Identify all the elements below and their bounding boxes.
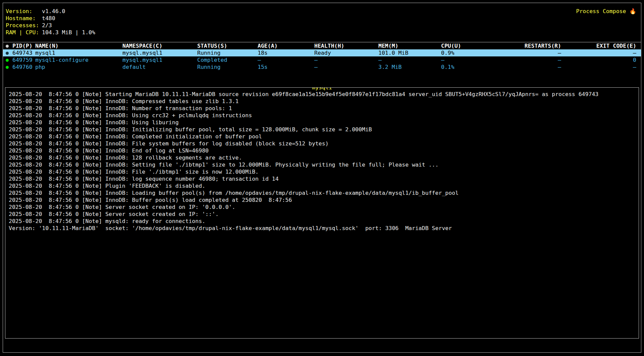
help-bar: F1Shortcuts LOGS: F4MaximizeF5UnfollowF6… [4, 343, 640, 350]
app-title: Process Compose 🔥 [576, 8, 636, 15]
name-cell: mysql1-configure [35, 56, 122, 63]
log-line: 2025-08-20 8:47:56 0 [Note] InnoDB: Comp… [9, 133, 635, 140]
hostname-value: t480 [42, 15, 95, 22]
status-cell: Completed [197, 56, 258, 63]
log-line: 2025-08-20 8:47:56 0 [Note] InnoDB: Comp… [9, 98, 635, 105]
log-line: 2025-08-20 8:47:56 0 [Note] Server socke… [9, 211, 635, 218]
table-row-mysql1-configure[interactable]: 649759 mysql1-configure mysql.mysql1 Com… [3, 56, 641, 63]
log-line: 2025-08-20 8:47:56 0 [Note] InnoDB: Buff… [9, 196, 635, 204]
col-age: AGE(A) [258, 42, 314, 49]
col-restarts: RESTARTS(R) [506, 42, 561, 49]
name-cell: php [35, 63, 122, 71]
hostname-label: Hostname: [6, 15, 42, 22]
status-cell: Running [197, 49, 258, 56]
app-title-text: Process Compose [576, 8, 626, 14]
health-cell: – [314, 63, 378, 71]
pid-cell: 649743 [12, 49, 35, 56]
exit-code-cell: – [561, 49, 636, 56]
status-dot [6, 63, 12, 71]
log-lines: 2025-08-20 8:47:56 0 [Note] Starting Mar… [9, 91, 635, 232]
log-line: 2025-08-20 8:47:56 0 [Note] InnoDB: Init… [9, 126, 635, 133]
status-dot [6, 56, 12, 63]
mem-cell: 3.2 MiB [378, 63, 441, 71]
namespace-cell: default [122, 63, 197, 71]
age-cell: 18s [258, 49, 314, 56]
age-cell: 15s [258, 63, 314, 71]
table-row-php[interactable]: 649760 php default Running 15s – 3.2 MiB… [3, 63, 641, 71]
cpu-cell: – [441, 56, 506, 63]
log-panel[interactable]: mysql1 2025-08-20 8:47:56 0 [Note] Start… [5, 87, 639, 339]
col-health: HEALTH(H) [314, 42, 378, 49]
log-line: 2025-08-20 8:47:56 0 [Note] InnoDB: Load… [9, 189, 635, 196]
fire-icon: 🔥 [629, 8, 636, 14]
cpu-cell: 0.1% [441, 63, 506, 71]
log-line: 2025-08-20 8:47:56 0 [Note] InnoDB: File… [9, 140, 635, 147]
processes-label: Processes: [6, 22, 42, 29]
log-line: 2025-08-20 8:47:56 0 [Note] InnoDB: File… [9, 168, 635, 175]
log-line: 2025-08-20 8:47:56 0 [Note] mysqld: read… [9, 218, 635, 225]
pid-cell: 649759 [12, 56, 35, 63]
log-line: 2025-08-20 8:47:56 0 [Note] Plugin 'FEED… [9, 182, 635, 189]
process-compose-app: Version: v1.46.0 Hostname: t480 Processe… [3, 3, 641, 353]
version-value: v1.46.0 [42, 8, 95, 15]
processes-value: 2/3 [42, 22, 95, 29]
log-line: 2025-08-20 8:47:56 0 [Note] InnoDB: Usin… [9, 112, 635, 119]
log-line: 2025-08-20 8:47:56 0 [Note] Starting Mar… [9, 91, 635, 98]
age-cell: – [258, 56, 314, 63]
mem-cell: – [378, 56, 441, 63]
restarts-cell: – [506, 56, 561, 63]
log-line: 2025-08-20 8:47:56 0 [Note] InnoDB: 128 … [9, 154, 635, 161]
col-cpu: CPU(U) [441, 42, 506, 49]
pid-cell: 649760 [12, 63, 35, 71]
version-label: Version: [6, 8, 42, 15]
log-line: 2025-08-20 8:47:56 0 [Note] InnoDB: log … [9, 175, 635, 182]
namespace-cell: mysql.mysql1 [122, 49, 197, 56]
exit-code-cell: – [561, 63, 636, 71]
name-cell: mysql1 [35, 49, 122, 56]
system-info: Version: v1.46.0 Hostname: t480 Processe… [6, 8, 95, 36]
status-dot [6, 49, 12, 56]
namespace-cell: mysql.mysql1 [122, 56, 197, 63]
app-header: Version: v1.46.0 Hostname: t480 Processe… [3, 3, 641, 37]
log-line: 2025-08-20 8:47:56 0 [Note] InnoDB: Sett… [9, 161, 635, 168]
col-status: STATUS(S) [197, 42, 258, 49]
log-line: 2025-08-20 8:47:56 0 [Note] Server socke… [9, 204, 635, 211]
health-cell: Ready [314, 49, 378, 56]
log-line: 2025-08-20 8:47:56 0 [Note] InnoDB: End … [9, 147, 635, 154]
exit-code-cell: 0 [561, 56, 636, 63]
cpu-cell: 0.9% [441, 49, 506, 56]
log-panel-title: mysql1 [312, 87, 332, 91]
col-name: NAME(N) [35, 42, 122, 49]
log-line: 2025-08-20 8:47:56 0 [Note] InnoDB: Numb… [9, 105, 635, 112]
log-line: 2025-08-20 8:47:56 0 [Note] InnoDB: Usin… [9, 119, 635, 126]
col-exit-code: EXIT CODE(E) [561, 42, 636, 49]
col-namespace: NAMESPACE(C) [122, 42, 197, 49]
ram-cpu-label: RAM | CPU: [6, 29, 42, 36]
table-row-mysql1[interactable]: 649743 mysql1 mysql.mysql1 Running 18s R… [3, 49, 641, 56]
restarts-cell: – [506, 63, 561, 71]
mem-cell: 101.0 MiB [378, 49, 441, 56]
status-cell: Running [197, 63, 258, 71]
col-pid: PID(P) [12, 42, 35, 49]
process-table: PID(P) NAME(N) NAMESPACE(C) STATUS(S) AG… [3, 42, 641, 71]
header-dot-icon [6, 42, 12, 49]
health-cell: – [314, 56, 378, 63]
col-mem: MEM(M) [378, 42, 441, 49]
restarts-cell: – [506, 49, 561, 56]
ram-cpu-value: 104.3 MiB | 1.0% [42, 29, 95, 36]
table-header-row: PID(P) NAME(N) NAMESPACE(C) STATUS(S) AG… [3, 42, 641, 49]
log-line: Version: '10.11.11-MariaDB' socket: '/ho… [9, 225, 635, 232]
